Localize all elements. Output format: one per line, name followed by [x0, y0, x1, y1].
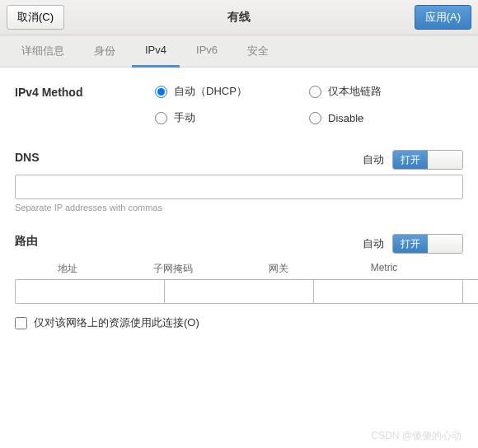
dns-auto-toggle[interactable]: 打开 [392, 150, 463, 170]
routes-col-metric: Metric [331, 262, 437, 276]
dns-toggle-on-label: 打开 [393, 151, 428, 169]
local-only-label: 仅对该网络上的资源使用此连接(O) [34, 315, 199, 330]
dns-auto-label: 自动 [363, 152, 384, 167]
route-metric-input[interactable] [462, 279, 478, 304]
tab-security[interactable]: 安全 [234, 35, 282, 67]
watermark: CSDN @傻傻的心动 [371, 429, 462, 443]
radio-disable-input[interactable] [309, 112, 321, 124]
tab-content: IPv4 Method 自动（DHCP） 仅本地链路 手动 Disable DN… [0, 68, 478, 347]
tab-identity[interactable]: 身份 [81, 35, 129, 67]
routes-auto-label: 自动 [363, 236, 384, 251]
routes-auto-toggle[interactable]: 打开 [392, 234, 463, 254]
routes-header-row: 地址 子网掩码 网关 Metric [15, 259, 463, 279]
dns-toggle-off [428, 151, 462, 169]
dns-auto-block: 自动 打开 [363, 150, 463, 170]
routes-col-mask: 子网掩码 [120, 262, 226, 276]
ipv4-method-options: 自动（DHCP） 仅本地链路 手动 Disable [155, 84, 463, 125]
radio-auto-dhcp-label: 自动（DHCP） [174, 84, 247, 99]
radio-link-local-input[interactable] [309, 86, 321, 98]
tab-ipv4[interactable]: IPv4 [132, 35, 180, 68]
dialog-title: 有线 [227, 10, 251, 25]
radio-link-local-label: 仅本地链路 [328, 84, 382, 99]
routes-label: 路由 [15, 234, 38, 249]
ipv4-method-label: IPv4 Method [15, 84, 155, 125]
radio-disable[interactable]: Disable [309, 110, 463, 125]
dns-header: DNS 自动 打开 [15, 150, 463, 170]
ipv4-method-section: IPv4 Method 自动（DHCP） 仅本地链路 手动 Disable [15, 84, 463, 125]
routes-col-addr: 地址 [15, 262, 120, 276]
radio-manual-label: 手动 [174, 110, 195, 125]
local-only-checkbox[interactable] [15, 317, 27, 329]
local-only-checkbox-row[interactable]: 仅对该网络上的资源使用此连接(O) [15, 315, 463, 330]
dns-hint: Separate IP addresses with commas [15, 203, 463, 212]
routes-toggle-off [428, 235, 462, 253]
radio-manual[interactable]: 手动 [155, 110, 309, 125]
routes-header: 路由 自动 打开 [15, 234, 463, 254]
radio-auto-dhcp-input[interactable] [155, 86, 167, 98]
cancel-button[interactable]: 取消(C) [7, 5, 64, 30]
radio-link-local[interactable]: 仅本地链路 [309, 84, 463, 99]
route-addr-input[interactable] [15, 279, 164, 304]
dns-input[interactable] [15, 175, 463, 199]
tab-detail[interactable]: 详细信息 [8, 35, 77, 67]
radio-disable-label: Disable [328, 112, 363, 124]
dialog-header: 取消(C) 有线 应用(A) [0, 0, 478, 35]
routes-row: ✖ [15, 279, 463, 304]
routes-col-gw: 网关 [226, 262, 331, 276]
radio-manual-input[interactable] [155, 112, 167, 124]
dns-label: DNS [15, 151, 40, 164]
route-mask-input[interactable] [164, 279, 313, 304]
tab-bar: 详细信息 身份 IPv4 IPv6 安全 [0, 35, 478, 68]
radio-auto-dhcp[interactable]: 自动（DHCP） [155, 84, 309, 99]
tab-ipv6[interactable]: IPv6 [183, 35, 231, 67]
routes-auto-block: 自动 打开 [363, 234, 463, 254]
apply-button[interactable]: 应用(A) [415, 5, 471, 30]
routes-toggle-on-label: 打开 [393, 235, 428, 253]
route-gw-input[interactable] [313, 279, 462, 304]
routes-table: 地址 子网掩码 网关 Metric ✖ [15, 259, 463, 304]
